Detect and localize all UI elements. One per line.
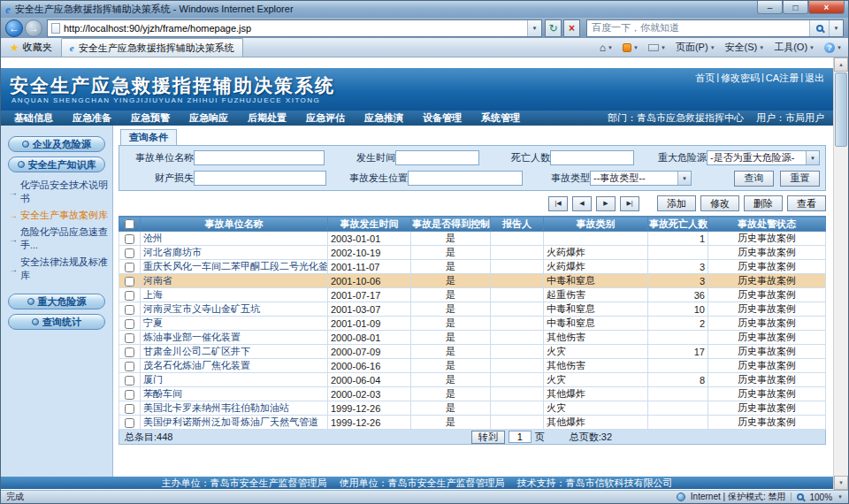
table-row[interactable]: 河南灵宝市义寺山金矿五坑2001-03-07是中毒和窒息10历史事故案例 — [119, 302, 826, 317]
select-all-checkbox[interactable] — [125, 219, 134, 229]
address-dropdown-icon[interactable]: ▼ — [527, 20, 541, 36]
print-button[interactable]: ▼ — [645, 44, 669, 51]
row-checkbox[interactable] — [125, 291, 134, 301]
table-row[interactable]: 美国北卡罗来纳州韦往伯勒加油站1999-12-26是火灾历史事故案例 — [119, 401, 826, 416]
vertical-scrollbar[interactable]: ▲ ▼ — [833, 57, 848, 490]
row-checkbox[interactable] — [125, 305, 134, 315]
zoom-dropdown-icon[interactable]: ▼ — [838, 494, 843, 500]
cell-reporter — [491, 416, 544, 430]
menu-item[interactable]: 应急预警 — [121, 111, 180, 125]
menu-item[interactable]: 应急准备 — [63, 111, 121, 125]
tab-active[interactable]: e 安全生产应急救援指挥辅助决策系统 — [61, 38, 243, 57]
sidebar-group-button[interactable]: 企业及危险源 — [8, 136, 105, 152]
row-checkbox[interactable] — [125, 263, 134, 272]
sidebar-group-button[interactable]: 安全生产知识库 — [8, 157, 105, 172]
row-checkbox[interactable] — [125, 347, 134, 357]
search-icon[interactable] — [809, 20, 829, 36]
reset-button[interactable]: 重置 — [780, 171, 820, 187]
row-checkbox[interactable] — [125, 234, 134, 244]
table-row[interactable]: 美国伊利诺斯州泛加哥炼油厂天然气管道1999-12-26是其他爆炸历史事故案例 — [119, 416, 826, 430]
search-button[interactable]: 查询 — [734, 171, 774, 187]
row-checkbox[interactable] — [125, 333, 134, 343]
major-hazard-select[interactable]: -是否为重大危险源- ▼ — [707, 150, 820, 165]
row-checkbox[interactable] — [125, 362, 134, 371]
top-link[interactable]: 退出 — [805, 72, 824, 85]
safety-menu-button[interactable]: 安全(S)▼ — [722, 41, 769, 54]
first-page-button[interactable]: |◀ — [548, 196, 568, 211]
sidebar-item[interactable]: →安全法律法规及标准库 — [1, 254, 112, 284]
table-row[interactable]: 宁夏2001-01-09是中毒和窒息2历史事故案例 — [119, 317, 826, 331]
table-row[interactable]: 沧州2003-01-01是1历史事故案例 — [119, 232, 826, 246]
view-button[interactable]: 查看 — [787, 195, 826, 211]
back-button[interactable]: ← — [5, 19, 23, 37]
row-checkbox[interactable] — [125, 418, 134, 428]
menu-item[interactable]: 系统管理 — [471, 111, 530, 125]
menu-item[interactable]: 应急推演 — [355, 111, 413, 125]
table-row[interactable]: 河南省2001-10-06是中毒和窒息3历史事故案例 — [119, 274, 826, 288]
scrollbar-thumb[interactable] — [835, 73, 847, 147]
menu-item[interactable]: 应急响应 — [180, 111, 238, 125]
sidebar-group-button[interactable]: 重大危险源 — [8, 294, 105, 309]
table-row[interactable]: 厦门2000-06-04是火灾8历史事故案例 — [119, 373, 826, 387]
table-row[interactable]: 茂名石化炼油厂焦化装置2000-06-16是其他伤害历史事故案例 — [119, 359, 826, 373]
sidebar-item[interactable]: →化学品安全技术说明书 — [1, 177, 112, 207]
table-row[interactable]: 重庆长风化一车间二苯甲酮工段二号光化釜2001-11-07是火药爆炸3历史事故案… — [119, 260, 826, 274]
menu-item[interactable]: 后期处置 — [238, 111, 296, 125]
table-row[interactable]: 炼油事业部一催化装置2000-08-01是其他伤害历史事故案例 — [119, 331, 826, 345]
feeds-button[interactable]: ▼ — [619, 43, 642, 52]
edit-button[interactable]: 修改 — [700, 195, 739, 211]
maximize-button[interactable]: □ — [783, 1, 808, 14]
sidebar: 企业及危险源安全生产知识库→化学品安全技术说明书→安全生产事故案例库→危险化学品… — [1, 126, 113, 477]
row-checkbox[interactable] — [125, 376, 134, 386]
menu-item[interactable]: 基础信息 — [4, 111, 63, 125]
favorites-button[interactable]: ★ 收藏夹 — [4, 39, 58, 56]
occur-time-input[interactable] — [395, 150, 479, 165]
sidebar-group-button[interactable]: 查询统计 — [8, 314, 105, 330]
tools-menu-button[interactable]: 工具(O)▼ — [770, 41, 818, 54]
row-checkbox[interactable] — [125, 277, 134, 286]
sidebar-item[interactable]: →安全生产事故案例库 — [1, 207, 112, 224]
row-checkbox[interactable] — [125, 404, 134, 414]
row-checkbox[interactable] — [125, 390, 134, 400]
table-row[interactable]: 苯酚车间2000-02-03是其他爆炸历史事故案例 — [119, 387, 826, 401]
table-row[interactable]: 甘肃金川公司二矿区井下2000-07-09是火灾17历史事故案例 — [119, 345, 826, 359]
search-input[interactable]: 百度一下，你就知道 ▼ — [586, 19, 844, 37]
search-dropdown-icon[interactable]: ▼ — [829, 20, 843, 36]
home-button[interactable]: ⌂▼ — [596, 42, 616, 54]
stop-button[interactable]: × — [563, 19, 580, 37]
page-menu-button[interactable]: 页面(P)▼ — [672, 41, 719, 54]
address-bar[interactable]: http://localhost:90/yjzh/frame/homepage.… — [47, 19, 542, 37]
row-checkbox[interactable] — [125, 248, 134, 258]
menu-item[interactable]: 应急评估 — [296, 111, 355, 125]
help-button[interactable]: ?▼ — [821, 42, 845, 53]
prev-page-button[interactable]: ◀ — [572, 196, 592, 211]
accident-type-select[interactable]: --事故类型-- ▼ — [590, 171, 692, 186]
scroll-down-icon[interactable]: ▼ — [834, 476, 848, 490]
last-page-button[interactable]: ▶| — [620, 196, 639, 211]
table-row[interactable]: 河北省廊坊市2002-10-19是火药爆炸历史事故案例 — [119, 246, 826, 260]
zoom-level[interactable]: 100% — [809, 493, 832, 502]
next-page-button[interactable]: ▶ — [596, 196, 616, 211]
top-link[interactable]: 首页 — [695, 72, 715, 85]
refresh-button[interactable]: ↻ — [545, 19, 562, 37]
search-text[interactable]: 百度一下，你就知道 — [592, 21, 809, 34]
table-row[interactable]: 上海2001-07-17是起重伤害36历史事故案例 — [119, 288, 826, 302]
top-link[interactable]: 修改密码 — [721, 72, 760, 85]
location-input[interactable] — [408, 171, 523, 186]
sidebar-item[interactable]: →危险化学品应急速查手... — [1, 224, 112, 254]
add-button[interactable]: 添加 — [657, 195, 696, 211]
forward-button[interactable]: → — [25, 19, 42, 37]
property-loss-input[interactable] — [194, 171, 326, 186]
deaths-input[interactable] — [550, 150, 634, 165]
top-link[interactable]: CA注册 — [766, 72, 799, 85]
unit-name-input[interactable] — [194, 150, 325, 165]
goto-page-button[interactable]: 转到 — [471, 431, 505, 444]
close-button[interactable]: × — [808, 1, 845, 14]
address-text[interactable]: http://localhost:90/yjzh/frame/homepage.… — [64, 23, 524, 34]
delete-button[interactable]: 删除 — [744, 195, 783, 211]
menu-item[interactable]: 设备管理 — [413, 111, 471, 125]
row-checkbox[interactable] — [125, 319, 134, 329]
minimize-button[interactable]: – — [757, 1, 783, 14]
goto-page-input[interactable] — [509, 431, 532, 443]
scroll-up-icon[interactable]: ▲ — [834, 57, 848, 72]
